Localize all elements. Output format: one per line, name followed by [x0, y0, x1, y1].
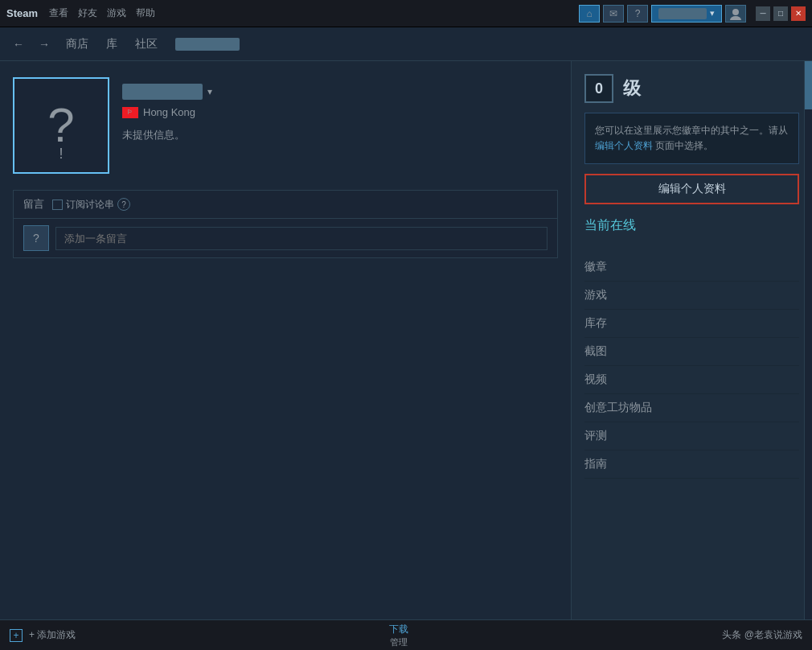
scrollbar-thumb — [805, 61, 812, 109]
profile-bio: 未提供信息。 — [122, 128, 212, 142]
nav-store[interactable]: 商店 — [61, 34, 93, 55]
menu-games[interactable]: 游戏 — [107, 6, 126, 20]
sidebar-item-reviews[interactable]: 评测 — [584, 422, 799, 450]
mail-icon[interactable]: ✉ — [603, 5, 624, 23]
add-game-label: + 添加游戏 — [29, 628, 76, 642]
nav-community[interactable]: 社区 — [130, 34, 162, 55]
profile-header: ? ! ▾ 🏳 Hong Kong 未提供信息。 — [13, 77, 558, 174]
back-button[interactable]: ← — [10, 35, 27, 53]
profile-username: ▾ — [122, 84, 212, 100]
window-controls: ─ □ ✕ — [756, 6, 806, 21]
comments-section: 留言 订阅讨论串 ? ? — [13, 190, 558, 258]
badge-info-link[interactable]: 编辑个人资料 — [595, 140, 653, 151]
subscribe-label: 订阅讨论串 — [66, 198, 114, 212]
title-bar-left: Steam 查看 好友 游戏 帮助 — [6, 6, 155, 20]
level-badge: 0 — [584, 74, 613, 103]
menu-help[interactable]: 帮助 — [136, 6, 155, 20]
username-display — [122, 84, 203, 100]
download-sub: 管理 — [389, 636, 408, 648]
username-blurred — [658, 8, 707, 19]
forward-button[interactable]: → — [35, 35, 53, 53]
title-bar: Steam 查看 好友 游戏 帮助 ⌂ ✉ ? ▾ ─ □ ✕ — [0, 0, 812, 27]
title-bar-right: ⌂ ✉ ? ▾ ─ □ ✕ — [579, 5, 806, 23]
hk-flag-icon: 🏳 — [122, 107, 138, 118]
notification-area: ⌂ ✉ ? ▾ — [579, 5, 746, 23]
level-section: 0 级 — [584, 74, 799, 103]
title-bar-menu: 查看 好友 游戏 帮助 — [49, 6, 155, 20]
minimize-button[interactable]: ─ — [756, 6, 770, 21]
sidebar-item-workshop[interactable]: 创意工坊物品 — [584, 394, 799, 422]
add-game-button[interactable]: + + 添加游戏 — [10, 628, 76, 642]
steam-brand: Steam — [6, 7, 38, 19]
location-text: Hong Kong — [143, 106, 195, 118]
profile-info: ▾ 🏳 Hong Kong 未提供信息。 — [122, 77, 212, 142]
add-comment-row: ? — [14, 219, 557, 257]
nav-bar: ← → 商店 库 社区 — [0, 27, 812, 61]
comments-header: 留言 订阅讨论串 ? — [14, 191, 557, 219]
sidebar-item-games[interactable]: 游戏 — [584, 282, 799, 310]
user-dropdown[interactable]: ▾ — [651, 5, 722, 23]
maximize-button[interactable]: □ — [773, 6, 788, 21]
main-content: ? ! ▾ 🏳 Hong Kong 未提供信息。 留言 — [0, 61, 812, 619]
comment-input[interactable] — [55, 227, 547, 250]
sidebar-item-badges[interactable]: 徽章 — [584, 253, 799, 282]
add-game-icon: + — [10, 629, 23, 642]
sidebar-item-screenshots[interactable]: 截图 — [584, 338, 799, 366]
subscribe-help-icon[interactable]: ? — [117, 198, 130, 211]
outer-scrollbar[interactable] — [804, 61, 812, 619]
edit-profile-button[interactable]: 编辑个人资料 — [584, 174, 799, 204]
profile-location: 🏳 Hong Kong — [122, 106, 212, 118]
level-number: 0 — [595, 80, 603, 97]
dropdown-icon: ▾ — [710, 8, 715, 19]
help-notif-icon[interactable]: ? — [627, 5, 648, 23]
svg-point-0 — [732, 9, 739, 15]
close-button[interactable]: ✕ — [791, 6, 806, 21]
badge-info-box: 您可以在这里展示您徽章中的其中之一。请从 编辑个人资料 页面中选择。 — [584, 113, 799, 164]
online-status: 当前在线 — [584, 217, 799, 241]
username-dropdown-arrow[interactable]: ▾ — [207, 86, 212, 97]
avatar-exclaim-mark: ! — [59, 146, 63, 162]
avatar-container: ? ! — [13, 77, 109, 174]
level-label: 级 — [623, 76, 641, 101]
sidebar-item-guides[interactable]: 指南 — [584, 450, 799, 479]
watermark: 头条 @老袁说游戏 — [722, 628, 802, 642]
comments-title: 留言 — [23, 197, 44, 212]
badge-info-text1: 您可以在这里展示您徽章中的其中之一。请从 — [595, 125, 788, 136]
download-area[interactable]: 下载 管理 — [389, 623, 408, 648]
menu-view[interactable]: 查看 — [49, 6, 68, 20]
sidebar-item-inventory[interactable]: 库存 — [584, 310, 799, 338]
subscribe-area: 订阅讨论串 ? — [52, 198, 130, 212]
download-label: 下载 — [389, 623, 408, 636]
profile-area: ? ! ▾ 🏳 Hong Kong 未提供信息。 留言 — [0, 61, 571, 619]
badge-info-text2: 页面中选择。 — [655, 140, 713, 151]
svg-point-1 — [730, 16, 741, 20]
nav-library[interactable]: 库 — [101, 34, 122, 55]
right-sidebar: 0 级 您可以在这里展示您徽章中的其中之一。请从 编辑个人资料 页面中选择。 编… — [571, 61, 812, 619]
avatar-question-mark: ? — [47, 101, 74, 150]
commenter-avatar: ? — [23, 225, 49, 251]
sidebar-nav: 徽章 游戏 库存 截图 视频 创意工坊物品 评测 指南 — [584, 253, 799, 479]
menu-friends[interactable]: 好友 — [78, 6, 97, 20]
status-bar: + + 添加游戏 下载 管理 头条 @老袁说游戏 — [0, 619, 812, 650]
home-icon[interactable]: ⌂ — [579, 5, 600, 23]
avatar-small-icon[interactable] — [725, 5, 746, 23]
nav-username — [170, 35, 244, 54]
sidebar-item-videos[interactable]: 视频 — [584, 366, 799, 394]
subscribe-checkbox[interactable] — [52, 200, 63, 210]
